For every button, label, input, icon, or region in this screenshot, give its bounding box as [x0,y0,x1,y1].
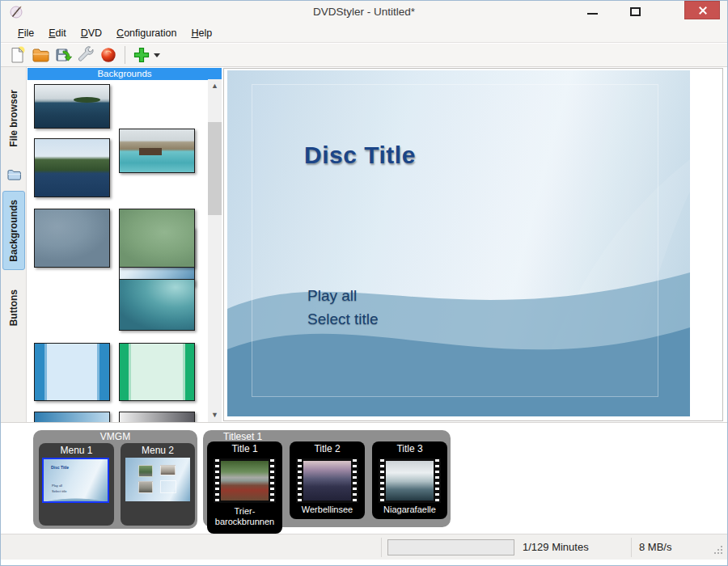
duration-status: 1/129 Minutes [523,534,589,560]
toolbar-separator [125,46,125,64]
play-all-button[interactable]: Play all [307,287,357,305]
menu-file[interactable]: File [11,26,41,40]
titleset-group: Titleset 1 Title 1 Trier-barockbrunnen T… [203,430,451,527]
add-menu-object-button[interactable] [130,44,163,65]
title3-node[interactable]: Title 3 Niagarafaelle [372,441,447,519]
scroll-down-icon[interactable]: ▼ [208,408,222,422]
minimize-icon [587,13,598,15]
project-tree-panel: VMGM Menu 1 Disc Title Play all Select t… [1,422,727,534]
title1-node[interactable]: Title 1 Trier-barockbrunnen [207,441,282,534]
open-project-button[interactable] [29,44,52,65]
capacity-progress-bar [387,539,514,555]
menu-canvas[interactable]: Disc Title Play all Select title [227,70,690,416]
background-thumbnail-sea-island[interactable] [34,84,110,129]
tab-file-browser[interactable]: File browser [2,74,25,163]
menu-configuration[interactable]: Configuration [109,26,184,40]
background-thumbnail-teal-texture[interactable] [119,279,195,331]
menubar: File Edit DVD Configuration Help [1,23,727,43]
safe-area-guide [252,84,658,397]
vmgm-group: VMGM Menu 1 Disc Title Play all Select t… [33,430,197,529]
titlebar: DVDStyler - Untitled* [1,1,727,23]
title2-caption: Werbellinsee [290,505,364,515]
toolbar [1,44,727,67]
menu2-thumbnail[interactable] [125,458,190,501]
sidebar-tabstrip: File browser Backgrounds Buttons [1,67,27,422]
add-plus-icon [133,46,150,64]
close-button[interactable] [684,1,720,19]
dvdstyler-window: DVDStyler - Untitled* File Edit DVD Conf… [0,0,728,566]
open-folder-icon [31,45,50,65]
background-thumbnail-blue-gradient[interactable] [34,412,110,422]
wrench-icon [76,45,95,65]
title1-video-thumbnail[interactable] [214,458,276,503]
tab-backgrounds[interactable]: Backgrounds [2,191,25,270]
scrollbar-thumb[interactable] [208,122,222,215]
menu1-thumbnail[interactable]: Disc Title Play all Select title [42,458,109,503]
settings-button[interactable] [74,44,97,65]
add-dropdown-arrow-icon[interactable] [154,53,160,57]
burn-icon [99,45,118,65]
menu-help[interactable]: Help [184,26,219,40]
title2-video-thumbnail[interactable] [296,458,358,503]
backgrounds-panel: Backgrounds ▲ ▼ [27,67,222,422]
save-disk-icon [53,45,73,65]
menu-editor: Disc Title Play all Select title [223,68,723,421]
background-thumbnail-green-blur[interactable] [119,209,195,268]
minimize-button[interactable] [642,1,667,22]
menu1-node[interactable]: Menu 1 Disc Title Play all Select title [39,443,114,526]
backgrounds-scrollbar[interactable]: ▲ ▼ [208,79,222,422]
tab-buttons[interactable]: Buttons [2,284,25,332]
menu2-node[interactable]: Menu 2 [121,443,195,526]
background-thumbnail-shipwreck[interactable] [119,129,195,173]
bitrate-status: 8 MB/s [639,534,671,560]
new-document-icon [8,45,28,65]
new-project-button[interactable] [6,44,29,65]
background-thumbnail-green-bars[interactable] [119,343,195,401]
title3-caption: Niagarafaelle [373,505,447,515]
background-thumbnail-gray-gradient[interactable] [119,412,195,422]
titleset-label: Titleset 1 [223,431,262,442]
window-title: DVDStyler - Untitled* [1,1,727,23]
title3-video-thumbnail[interactable] [379,458,441,503]
backgrounds-panel-header: Backgrounds [28,68,222,80]
title1-caption: Trier-barockbrunnen [208,506,281,527]
vmgm-label: VMGM [33,431,197,442]
menu-edit[interactable]: Edit [41,26,74,40]
save-project-button[interactable] [52,44,74,65]
folder-icon [6,167,22,181]
scroll-up-icon[interactable]: ▲ [208,79,222,93]
burn-dvd-button[interactable] [97,44,120,65]
background-thumbnail-lake-shore[interactable] [34,138,110,197]
resize-grip[interactable] [713,544,722,554]
menu-dvd[interactable]: DVD [74,26,109,40]
select-title-button[interactable]: Select title [307,310,379,328]
background-thumbnail-blue-bars[interactable] [34,343,110,401]
title2-node[interactable]: Title 2 Werbellinsee [290,441,365,519]
statusbar: 1/129 Minutes 8 MB/s [1,534,727,560]
disc-title-text[interactable]: Disc Title [304,142,416,169]
background-thumbnail-gray-blue-blur[interactable] [34,209,110,268]
maximize-icon [630,7,641,16]
